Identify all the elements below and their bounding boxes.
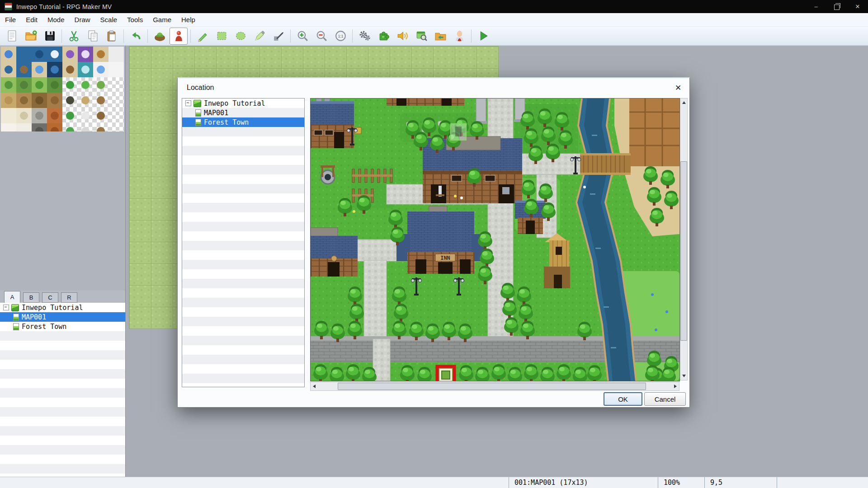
close-window-button[interactable]: ✕ — [847, 0, 868, 13]
palette-tile[interactable] — [108, 123, 124, 131]
palette-tile[interactable] — [32, 93, 47, 108]
palette-tile[interactable] — [78, 77, 93, 93]
playtest-button[interactable] — [474, 28, 492, 45]
dialog-tree-item-map001[interactable]: MAP001 — [182, 108, 304, 117]
close-icon[interactable]: ✕ — [671, 81, 685, 94]
menu-tools[interactable]: Tools — [122, 13, 148, 26]
palette-tile[interactable] — [78, 93, 93, 108]
palette-tile[interactable] — [32, 62, 47, 77]
scroll-right-icon[interactable] — [674, 385, 677, 388]
map-preview[interactable]: INN — [310, 98, 680, 381]
dialog-tree-item-project[interactable]: Inwepo Tutorial — [182, 99, 304, 108]
tab-b[interactable]: B — [23, 292, 39, 303]
palette-tile[interactable] — [93, 47, 108, 62]
palette-tile[interactable] — [47, 93, 62, 108]
palette-tile[interactable] — [62, 62, 78, 77]
palette-tile[interactable] — [93, 93, 108, 108]
menu-help[interactable]: Help — [176, 13, 200, 26]
sound-test-button[interactable] — [393, 28, 411, 45]
ellipse-button[interactable] — [231, 28, 250, 45]
paste-button[interactable] — [103, 28, 121, 45]
hscroll-thumb[interactable] — [338, 383, 646, 390]
event-marker[interactable] — [451, 124, 466, 140]
shadow-pen-button[interactable] — [269, 28, 288, 45]
minimize-button[interactable]: – — [806, 0, 826, 13]
menu-file[interactable]: File — [0, 13, 21, 26]
palette-tile[interactable] — [32, 47, 47, 62]
palette-tile[interactable] — [1, 62, 16, 77]
vscroll-thumb[interactable] — [680, 161, 687, 341]
palette-tile[interactable] — [93, 77, 108, 93]
palette-tile[interactable] — [32, 108, 47, 123]
save-project-button[interactable] — [41, 28, 59, 45]
ok-button[interactable]: OK — [604, 392, 642, 406]
new-project-button[interactable] — [3, 28, 21, 45]
event-mode-button[interactable] — [170, 28, 188, 45]
palette-tile[interactable] — [32, 123, 47, 131]
location-marker[interactable] — [437, 366, 454, 381]
preview-hscroll[interactable] — [310, 382, 679, 391]
cancel-button[interactable]: Cancel — [644, 392, 686, 406]
palette-tile[interactable] — [93, 108, 108, 123]
tree-expander-icon[interactable] — [3, 305, 9, 310]
palette-tile[interactable] — [47, 77, 62, 93]
palette-tile[interactable] — [78, 108, 93, 123]
palette-tile[interactable] — [108, 108, 124, 123]
palette-tile[interactable] — [108, 93, 124, 108]
palette-tile[interactable] — [93, 62, 108, 77]
character-generator-button[interactable] — [450, 28, 468, 45]
plugin-manager-button[interactable] — [374, 28, 392, 45]
palette-tile[interactable] — [47, 62, 62, 77]
flood-fill-button[interactable] — [250, 28, 269, 45]
palette-tile[interactable] — [93, 123, 108, 131]
zoom-in-button[interactable] — [293, 28, 311, 45]
palette-tile[interactable] — [16, 108, 32, 123]
tab-a[interactable]: A — [4, 291, 20, 303]
zoom-out-button[interactable] — [312, 28, 330, 45]
palette-tile[interactable] — [16, 77, 32, 93]
palette-tile[interactable] — [78, 62, 93, 77]
palette-tile[interactable] — [108, 47, 124, 62]
palette-tile[interactable] — [108, 77, 124, 93]
palette-tile[interactable] — [62, 108, 78, 123]
palette-tile[interactable] — [78, 47, 93, 62]
palette-tile[interactable] — [16, 123, 32, 131]
menu-game[interactable]: Game — [148, 13, 176, 26]
rectangle-button[interactable] — [212, 28, 231, 45]
palette-tile[interactable] — [47, 108, 62, 123]
event-searcher-button[interactable] — [412, 28, 430, 45]
tree-item-project[interactable]: Inwepo Tutorial — [0, 303, 125, 312]
palette-tile[interactable] — [16, 93, 32, 108]
palette-tile[interactable] — [1, 77, 16, 93]
scroll-down-icon[interactable] — [682, 375, 686, 377]
map-mode-button[interactable] — [151, 28, 169, 45]
palette-tile[interactable] — [1, 47, 16, 62]
palette-tile[interactable] — [1, 123, 16, 131]
menu-draw[interactable]: Draw — [70, 13, 95, 26]
copy-button[interactable] — [84, 28, 102, 45]
palette-tile[interactable] — [62, 77, 78, 93]
palette-tile[interactable] — [16, 62, 32, 77]
dialog-tree-item-forest-town[interactable]: Forest Town — [182, 117, 304, 127]
undo-button[interactable] — [127, 28, 145, 45]
pencil-button[interactable] — [193, 28, 212, 45]
palette-tile[interactable] — [62, 123, 78, 131]
cut-button[interactable] — [65, 28, 83, 45]
palette-tile[interactable] — [108, 62, 124, 77]
menu-scale[interactable]: Scale — [95, 13, 123, 26]
palette-tile[interactable] — [62, 93, 78, 108]
tab-r[interactable]: R — [61, 292, 77, 303]
palette-tile[interactable] — [47, 123, 62, 131]
tree-item-forest-town[interactable]: Forest Town — [0, 322, 125, 331]
open-project-button[interactable] — [22, 28, 40, 45]
restore-button[interactable] — [826, 0, 847, 13]
palette-tile[interactable] — [47, 47, 62, 62]
resource-manager-button[interactable] — [431, 28, 449, 45]
palette-tile[interactable] — [1, 108, 16, 123]
palette-tile[interactable] — [62, 47, 78, 62]
palette-tile[interactable] — [16, 47, 32, 62]
scroll-left-icon[interactable] — [313, 385, 316, 388]
palette-tile[interactable] — [32, 77, 47, 93]
database-button[interactable] — [355, 28, 373, 45]
tree-item-map001[interactable]: MAP001 — [0, 312, 125, 322]
